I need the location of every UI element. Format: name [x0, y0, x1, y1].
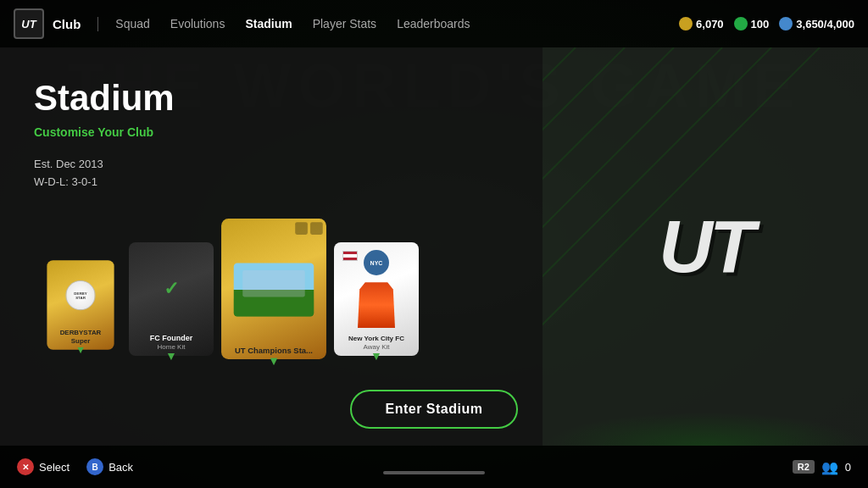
nav-player-stats[interactable]: Player Stats — [313, 17, 376, 30]
established-date: Est. Dec 2013 — [34, 156, 509, 174]
cards-row: DERBYSTAR DERBYSTAR Super ▼ ✓ FC Founder — [34, 222, 509, 356]
nav-squad[interactable]: Squad — [115, 17, 149, 30]
club-label: Club — [53, 17, 98, 31]
scroll-indicator — [383, 471, 485, 474]
card-ut-champions[interactable]: UT Champions Sta... ▼ — [221, 219, 326, 359]
enter-stadium-button[interactable]: Enter Stadium — [350, 390, 519, 429]
nycfc-logo: NYC — [364, 250, 389, 275]
players-count: 0 — [845, 461, 851, 474]
wdl-record: W-D-L: 3-0-1 — [34, 174, 509, 191]
card-arrow-icon: ▼ — [268, 353, 281, 368]
us-flag-icon — [342, 251, 358, 261]
kit-image — [358, 282, 395, 328]
nav-evolutions[interactable]: Evolutions — [170, 17, 225, 30]
left-panel: Stadium Customise Your Club Est. Dec 201… — [0, 47, 542, 446]
right-panel: UT — [542, 47, 868, 446]
chevron-icon: ✓ — [164, 278, 179, 300]
back-button[interactable]: B Back — [86, 458, 133, 475]
bottom-bar: ✕ Select B Back R2 👥 0 — [0, 446, 868, 488]
back-label: Back — [108, 461, 133, 474]
enter-stadium-container: Enter Stadium — [0, 390, 868, 429]
card-nycfc[interactable]: NYC New York City FC Away Kit ▼ — [334, 242, 419, 356]
fc-founder-logo: ✓ — [156, 274, 186, 304]
bottom-right-controls: R2 👥 0 — [793, 459, 851, 475]
blue-currency-display: 3,650/4,000 — [779, 17, 854, 30]
currency-display: 6,070 100 3,650/4,000 — [679, 17, 854, 30]
image-icon — [295, 222, 308, 235]
page-title: Stadium — [34, 78, 509, 119]
r2-badge: R2 — [793, 460, 815, 474]
coins-value: 6,070 — [696, 18, 724, 30]
b-button-icon: B — [86, 458, 103, 475]
card-arrow-icon: ▼ — [165, 349, 177, 363]
nav-stadium[interactable]: Stadium — [245, 17, 292, 30]
green-currency-display: 100 — [734, 17, 770, 30]
green-icon — [734, 17, 748, 30]
x-button-icon: ✕ — [17, 458, 34, 475]
flag-icon — [310, 222, 323, 235]
nav-items: Squad Evolutions Stadium Player Stats Le… — [115, 17, 679, 30]
card-arrow-icon: ▼ — [75, 343, 86, 355]
main-content: Stadium Customise Your Club Est. Dec 201… — [0, 47, 868, 446]
card-derbystar[interactable]: DERBYSTAR DERBYSTAR Super ▼ — [47, 260, 114, 350]
blue-icon — [779, 17, 793, 30]
top-navigation: UT Club Squad Evolutions Stadium Player … — [0, 0, 868, 47]
green-value: 100 — [751, 18, 770, 30]
logo-text: UT — [21, 18, 36, 30]
card-derbystar-label: DERBYSTAR Super — [52, 329, 110, 345]
select-label: Select — [39, 461, 70, 474]
card-nycfc-label: New York City FC — [348, 335, 404, 343]
ut-logo-badge: UT — [14, 8, 44, 39]
coin-icon — [679, 17, 693, 30]
card-arrow-icon: ▼ — [370, 349, 382, 363]
nav-leaderboards[interactable]: Leaderboards — [397, 17, 470, 30]
customise-subtitle: Customise Your Club — [34, 125, 509, 139]
blue-value: 3,650/4,000 — [796, 18, 854, 30]
card-founder-label: FC Founder — [150, 334, 193, 343]
select-button[interactable]: ✕ Select — [17, 458, 70, 475]
card-fc-founder[interactable]: ✓ FC Founder Home Kit ▼ — [129, 242, 214, 356]
ut-main-logo: UT — [659, 203, 751, 290]
derbystar-logo: DERBYSTAR — [65, 280, 95, 310]
people-icon: 👥 — [821, 459, 838, 475]
club-info: Est. Dec 2013 W-D-L: 3-0-1 — [34, 156, 509, 191]
coins-display: 6,070 — [679, 17, 724, 30]
